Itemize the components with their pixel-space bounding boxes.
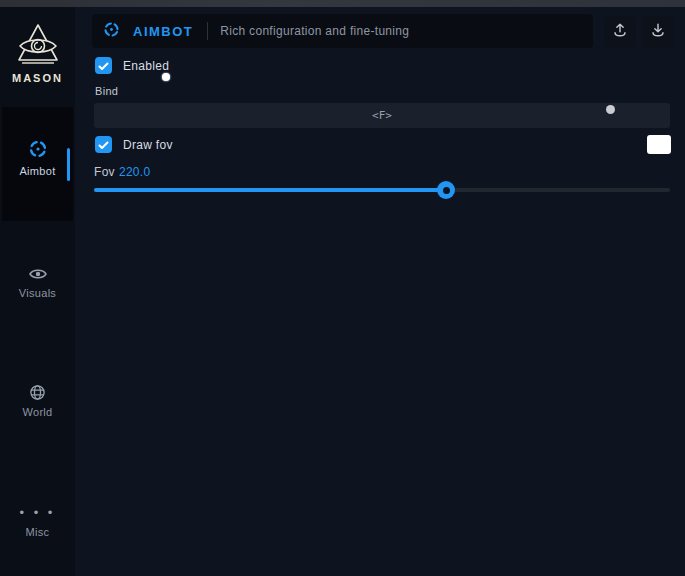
sidebar-item-label: Aimbot — [0, 165, 75, 177]
app-logo: MASON — [0, 22, 75, 84]
draw-fov-label: Draw fov — [123, 138, 173, 152]
fov-slider-handle[interactable] — [437, 181, 455, 199]
fov-color-swatch[interactable] — [647, 135, 671, 154]
sidebar-item-world[interactable]: World — [0, 384, 75, 418]
sidebar: MASON Aimbot Visuals — [0, 7, 75, 576]
crosshair-icon — [92, 20, 121, 43]
eye-icon — [0, 266, 75, 282]
fov-label: Fov220.0 — [94, 165, 150, 179]
mason-window: MASON Aimbot Visuals — [0, 0, 685, 576]
upload-config-button[interactable] — [604, 16, 636, 48]
fov-label-text: Fov — [94, 165, 115, 179]
fov-value: 220.0 — [119, 165, 151, 179]
window-top-edge — [0, 0, 685, 7]
enabled-checkbox[interactable] — [95, 57, 112, 74]
download-icon — [649, 21, 667, 43]
checkmark-icon — [98, 57, 109, 75]
page-subtitle: Rich configuration and fine-tuning — [220, 24, 409, 38]
header-divider — [207, 22, 208, 40]
crosshair-icon — [0, 138, 75, 160]
sidebar-item-misc[interactable]: • • • Misc — [0, 503, 75, 538]
globe-icon — [0, 384, 75, 401]
logo-text: MASON — [0, 72, 75, 84]
fov-slider[interactable] — [94, 181, 670, 199]
sidebar-item-label: Visuals — [0, 287, 75, 299]
section-header: AIMBOT Rich configuration and fine-tunin… — [92, 14, 593, 48]
sidebar-item-label: World — [0, 406, 75, 418]
draw-fov-row: Draw fov — [95, 136, 173, 153]
bind-label: Bind — [95, 85, 118, 97]
mason-eye-pyramid-icon — [0, 22, 75, 68]
bind-key-input[interactable]: <F> — [94, 103, 670, 128]
page-title: AIMBOT — [133, 24, 193, 39]
upload-icon — [611, 21, 629, 43]
mouse-cursor-dot — [162, 73, 170, 81]
sidebar-item-aimbot[interactable]: Aimbot — [0, 138, 75, 177]
download-config-button[interactable] — [642, 16, 674, 48]
fov-slider-fill — [94, 188, 446, 192]
enabled-label: Enabled — [123, 59, 169, 73]
ellipsis-icon: • • • — [20, 505, 56, 520]
bind-key-value: <F> — [372, 109, 392, 122]
checkmark-icon — [98, 136, 109, 154]
enabled-row: Enabled — [95, 57, 169, 74]
drag-dot — [606, 105, 615, 114]
sidebar-item-label: Misc — [0, 526, 75, 538]
sidebar-item-visuals[interactable]: Visuals — [0, 266, 75, 299]
draw-fov-checkbox[interactable] — [95, 136, 112, 153]
